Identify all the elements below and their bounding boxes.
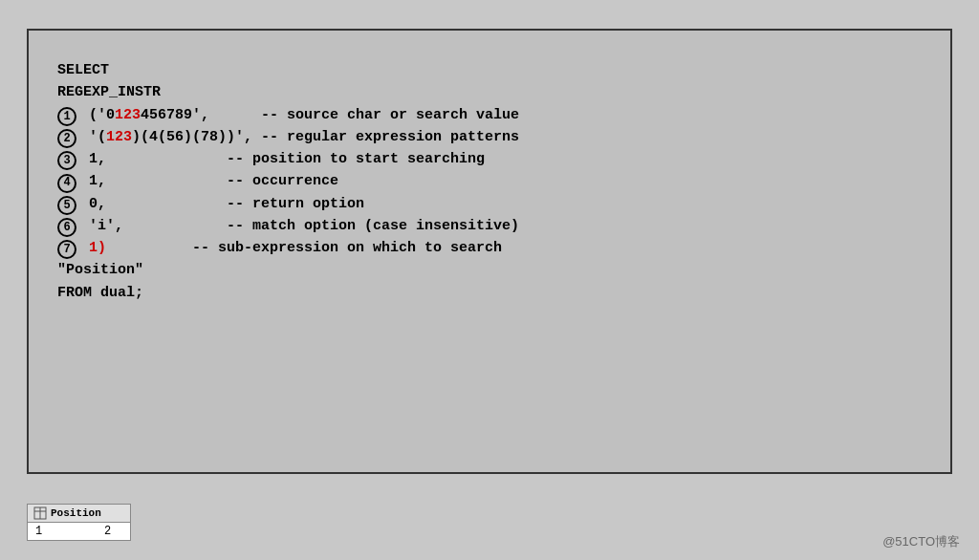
from-keyword: FROM dual; [57, 282, 143, 304]
line3-code: 1, [80, 148, 227, 170]
regexp-keyword: REGEXP_INSTR [57, 81, 161, 103]
circle-7: 7 [57, 240, 76, 259]
code-container: SELECT REGEXP_INSTR 1 ('0123456789', -- … [27, 29, 952, 474]
line6-comment: -- match option (case insensitive) [227, 215, 519, 237]
table-icon [33, 506, 47, 520]
circle-2: 2 [57, 129, 76, 148]
result-value: 1 2 [35, 525, 111, 538]
circle-1: 1 [57, 107, 76, 126]
line3-comment: -- position to start searching [227, 148, 485, 170]
line4-code: 1, [80, 170, 227, 192]
code-line-6: 6 'i', -- match option (case insensitive… [57, 215, 922, 237]
code-line-7: 7 1) -- sub-expression on which to searc… [57, 237, 922, 259]
line1-comment: -- source char or search value [261, 104, 519, 126]
circle-3: 3 [57, 151, 76, 170]
line2-comment: -- regular expression patterns [261, 126, 519, 148]
line2-prefix: '( [80, 126, 106, 148]
line2-red: 123 [106, 126, 132, 148]
position-string: "Position" [57, 259, 143, 281]
result-table: Position 1 2 [27, 504, 131, 541]
line-position-str: "Position" [57, 259, 922, 281]
code-line-4: 4 1, -- occurrence [57, 170, 922, 192]
watermark: @51CTO博客 [882, 533, 960, 550]
line-regexp: REGEXP_INSTR [57, 81, 922, 103]
line5-code: 0, [80, 193, 227, 215]
line7-red: 1) [89, 237, 106, 259]
line7-prefix [80, 237, 89, 259]
line1-red: 123 [115, 104, 141, 126]
line2-suffix: )(4(56)(78))', [132, 126, 261, 148]
line-select: SELECT [57, 59, 922, 81]
circle-4: 4 [57, 174, 76, 193]
code-line-3: 3 1, -- position to start searching [57, 148, 922, 170]
circle-6: 6 [57, 218, 76, 237]
code-line-5: 5 0, -- return option [57, 193, 922, 215]
select-keyword: SELECT [57, 59, 109, 81]
code-line-1: 1 ('0123456789', -- source char or searc… [57, 104, 922, 126]
line7-comment: -- sub-expression on which to search [192, 237, 502, 259]
line4-comment: -- occurrence [227, 170, 338, 192]
circle-5: 5 [57, 196, 76, 215]
line7-spaces [106, 237, 192, 259]
result-header-label: Position [51, 507, 101, 519]
line5-comment: -- return option [227, 193, 364, 215]
code-line-2: 2 '(123)(4(56)(78))', -- regular express… [57, 126, 922, 148]
line1-suffix: 456789', [141, 104, 261, 126]
code-block: SELECT REGEXP_INSTR 1 ('0123456789', -- … [57, 59, 922, 304]
line-from: FROM dual; [57, 282, 922, 304]
result-row: 1 2 [28, 523, 130, 540]
result-header: Position [28, 505, 130, 523]
line1-prefix: ('0 [80, 104, 115, 126]
line6-code: 'i', [80, 215, 227, 237]
